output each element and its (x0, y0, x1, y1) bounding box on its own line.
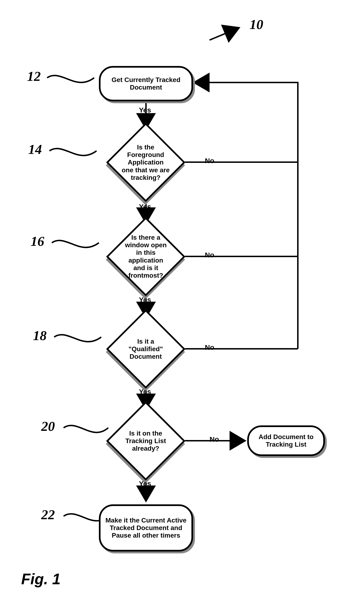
ref-16: 16 (31, 233, 44, 249)
node-text: Is the Foreground Application one that w… (122, 144, 170, 181)
edge-yes-12-14: Yes (139, 106, 151, 114)
node-add-doc-to-tracking-list: Add Document to Tracking List (247, 426, 325, 456)
node-window-open-frontmost: Is there a window open in this applicati… (106, 217, 185, 297)
figure-caption: Fig. 1 (21, 570, 61, 588)
edge-yes-20-22: Yes (139, 480, 151, 488)
edge-no-14: No (205, 157, 214, 165)
edge-no-18: No (205, 344, 214, 351)
edge-yes-14-16: Yes (139, 203, 151, 211)
node-on-tracking-list: Is it on the Tracking List already? (106, 401, 185, 481)
svg-line-0 (209, 28, 238, 40)
ref-18: 18 (33, 328, 47, 344)
node-text: Get Currently Tracked Document (103, 76, 189, 91)
edge-no-16: No (205, 251, 214, 259)
node-foreground-app-tracked: Is the Foreground Application one that w… (106, 123, 185, 202)
node-text: Is it on the Tracking List already? (126, 430, 166, 452)
node-make-current-active: Make it the Current Active Tracked Docum… (99, 504, 193, 551)
node-get-currently-tracked: Get Currently Tracked Document (99, 66, 193, 101)
ref-22: 22 (41, 507, 55, 522)
node-qualified-document: Is it a "Qualified" Document (106, 309, 185, 389)
flowchart-canvas: 10 12 14 16 18 20 22 (0, 0, 364, 605)
ref-14: 14 (28, 141, 42, 157)
figure-ref-10: 10 (249, 16, 263, 32)
node-text: Is it a "Qualified" Document (129, 338, 163, 360)
node-text: Make it the Current Active Tracked Docum… (103, 517, 189, 539)
ref-12: 12 (27, 68, 41, 84)
edge-yes-16-18: Yes (139, 296, 151, 304)
edge-no-20: No (209, 435, 219, 443)
edge-yes-18-20: Yes (139, 388, 151, 396)
ref-20: 20 (41, 418, 55, 434)
node-text: Is there a window open in this applicati… (125, 234, 167, 279)
node-text: Add Document to Tracking List (251, 433, 321, 448)
